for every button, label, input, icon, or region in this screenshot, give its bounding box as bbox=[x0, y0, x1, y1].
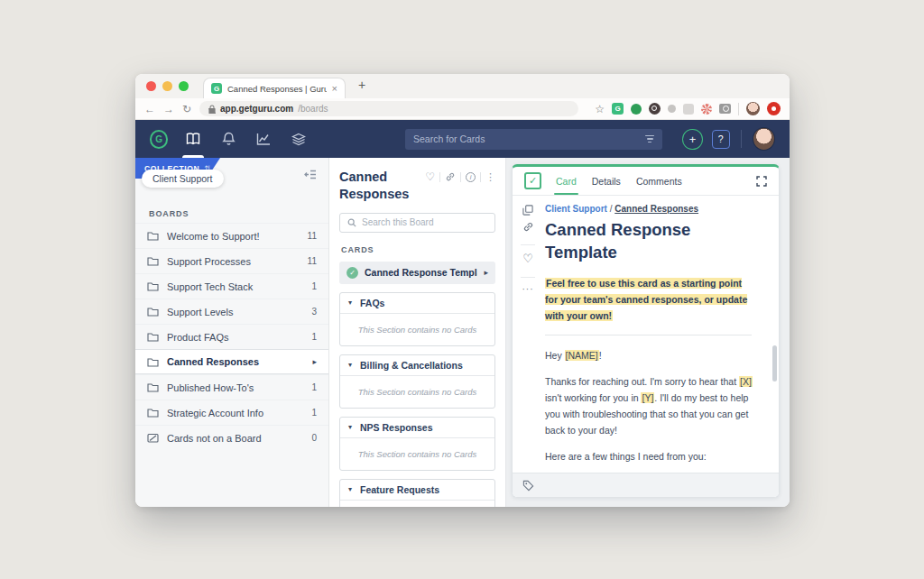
info-icon[interactable]: i bbox=[466, 172, 476, 182]
back-icon[interactable]: ← bbox=[144, 104, 155, 115]
zoom-window-button[interactable] bbox=[179, 81, 189, 91]
boards-nav-icon[interactable] bbox=[182, 120, 203, 158]
sidebar-item-cards-not-on-a-board[interactable]: Cards not on a Board 0 bbox=[135, 425, 328, 450]
verified-check-icon: ✓ bbox=[346, 267, 358, 279]
section-header[interactable]: ▾ FAQs bbox=[340, 293, 494, 314]
app-content: COLLECTION ⇅ Client Support BOARDS Welco… bbox=[135, 158, 790, 507]
sidebar-item-welcome-to-support[interactable]: Welcome to Support! 11 bbox=[135, 223, 328, 248]
chevron-down-icon: ▾ bbox=[348, 486, 352, 493]
copy-card-icon[interactable] bbox=[522, 205, 533, 216]
browser-extensions: ☆ G bbox=[595, 102, 781, 115]
sidebar-item-published-how-tos[interactable]: Published How-To's 1 bbox=[135, 374, 328, 400]
favorite-heart-icon[interactable]: ♡ bbox=[425, 171, 435, 182]
section-header[interactable]: ▾ Billing & Cancellations bbox=[340, 355, 494, 376]
minimize-window-button[interactable] bbox=[162, 81, 172, 91]
card-tabs: Card Details Comments bbox=[556, 167, 682, 195]
card-search-box[interactable] bbox=[405, 129, 662, 150]
tab-card[interactable]: Card bbox=[556, 167, 577, 195]
section-empty-text: This Section contains no Cards bbox=[340, 501, 494, 507]
tab-details[interactable]: Details bbox=[592, 167, 621, 195]
reload-icon[interactable]: ↻ bbox=[182, 104, 191, 115]
board-count: 1 bbox=[311, 408, 317, 418]
card-search-input[interactable] bbox=[413, 133, 640, 144]
collection-name-pill[interactable]: Client Support bbox=[142, 170, 224, 188]
analytics-chart-icon[interactable] bbox=[254, 120, 274, 158]
favorite-heart-icon[interactable]: ♡ bbox=[522, 252, 533, 265]
sidebar-item-support-tech-stack[interactable]: Support Tech Stack 1 bbox=[135, 273, 328, 299]
card-slash-icon bbox=[147, 433, 159, 443]
sidebar-item-support-levels[interactable]: Support Levels 3 bbox=[135, 299, 328, 324]
layers-icon[interactable] bbox=[289, 120, 310, 158]
gray-square-extension-icon[interactable] bbox=[683, 104, 694, 115]
more-options-icon[interactable]: ··· bbox=[522, 284, 534, 294]
board-count: 0 bbox=[311, 433, 317, 443]
board-title: Canned Responses bbox=[339, 169, 419, 203]
browser-tab[interactable]: G Canned Responses | Guru × bbox=[203, 78, 346, 98]
browser-menu-icon[interactable] bbox=[767, 102, 781, 115]
body-paragraph: Thanks for reaching out. I'm sorry to he… bbox=[545, 373, 760, 438]
breadcrumb-board-link[interactable]: Canned Responses bbox=[614, 204, 698, 214]
tab-title: Canned Responses | Guru bbox=[227, 84, 327, 94]
name-token: [NAME] bbox=[565, 350, 599, 361]
verify-checkbox[interactable]: ✓ bbox=[524, 172, 541, 189]
tab-comments[interactable]: Comments bbox=[636, 167, 682, 195]
board-count: 11 bbox=[308, 231, 317, 241]
divider bbox=[480, 172, 481, 182]
board-search-box[interactable] bbox=[339, 213, 495, 233]
camera-extension-icon[interactable] bbox=[719, 104, 731, 114]
chevron-right-icon: ▸ bbox=[312, 358, 317, 366]
divider bbox=[738, 103, 739, 115]
chevron-down-icon: ▾ bbox=[348, 299, 352, 307]
new-tab-button[interactable]: + bbox=[358, 78, 365, 92]
folder-icon bbox=[147, 408, 159, 418]
card-scrollbar[interactable] bbox=[772, 345, 777, 381]
section-header[interactable]: ▾ NPS Responses bbox=[340, 418, 494, 438]
bookmark-star-icon[interactable]: ☆ bbox=[595, 103, 605, 115]
swirl-extension-icon[interactable] bbox=[701, 104, 712, 115]
tab-close-icon[interactable]: × bbox=[332, 83, 337, 94]
sidebar-item-strategic-account-info[interactable]: Strategic Account Info 1 bbox=[135, 400, 328, 425]
help-button[interactable]: ? bbox=[712, 130, 730, 149]
expand-fullscreen-icon[interactable] bbox=[756, 176, 767, 187]
card-title: Canned Response Template bbox=[545, 219, 735, 264]
user-avatar[interactable] bbox=[753, 127, 775, 151]
divider bbox=[521, 277, 535, 278]
create-card-button[interactable]: + bbox=[682, 129, 702, 150]
magnifier-extension-icon[interactable] bbox=[649, 103, 661, 115]
sidebar-item-canned-responses[interactable]: Canned Responses ▸ bbox=[135, 349, 328, 374]
browser-url-bar: ← → ↻ app.getguru.com/boards ☆ G bbox=[135, 98, 790, 120]
browser-profile-avatar[interactable] bbox=[746, 102, 760, 115]
guru-extension-icon[interactable]: G bbox=[612, 103, 624, 115]
guru-logo[interactable]: G bbox=[150, 130, 168, 149]
boards-section-label: BOARDS bbox=[149, 209, 328, 218]
breadcrumb-collection-link[interactable]: Client Support bbox=[545, 204, 607, 214]
kebab-menu-icon[interactable]: ⋮ bbox=[485, 172, 495, 182]
sidebar-collapse-icon[interactable] bbox=[304, 167, 317, 183]
tag-icon[interactable] bbox=[522, 480, 534, 492]
address-bar[interactable]: app.getguru.com/boards bbox=[199, 101, 578, 116]
board-search-input[interactable] bbox=[362, 217, 487, 227]
close-window-button[interactable] bbox=[146, 81, 156, 91]
forward-icon[interactable]: → bbox=[163, 104, 174, 115]
card-action-rail: ♡ ··· bbox=[513, 196, 543, 473]
folder-icon bbox=[147, 332, 159, 342]
green-extension-icon[interactable] bbox=[631, 104, 642, 115]
card-item-canned-response-template[interactable]: ✓ Canned Response Template ▸ bbox=[339, 262, 495, 284]
copy-link-icon[interactable] bbox=[445, 171, 456, 182]
gray-dot-extension-icon[interactable] bbox=[668, 105, 676, 113]
folder-icon bbox=[147, 256, 159, 266]
search-filter-icon[interactable] bbox=[645, 135, 654, 143]
section-empty-text: This Section contains no Cards bbox=[340, 314, 494, 345]
lock-icon bbox=[208, 105, 216, 114]
search-icon bbox=[347, 218, 356, 227]
y-token: [Y] bbox=[641, 392, 654, 403]
sidebar-item-support-processes[interactable]: Support Processes 11 bbox=[135, 248, 328, 273]
notifications-bell-icon[interactable] bbox=[218, 120, 239, 158]
board-count: 11 bbox=[308, 256, 317, 266]
folder-icon bbox=[147, 231, 159, 241]
section-header[interactable]: ▾ Feature Requests bbox=[340, 480, 494, 501]
section-faqs: ▾ FAQs This Section contains no Cards bbox=[339, 292, 495, 346]
copy-link-icon[interactable] bbox=[522, 221, 534, 233]
sidebar-item-product-faqs[interactable]: Product FAQs 1 bbox=[135, 324, 328, 349]
board-count: 1 bbox=[311, 332, 317, 342]
